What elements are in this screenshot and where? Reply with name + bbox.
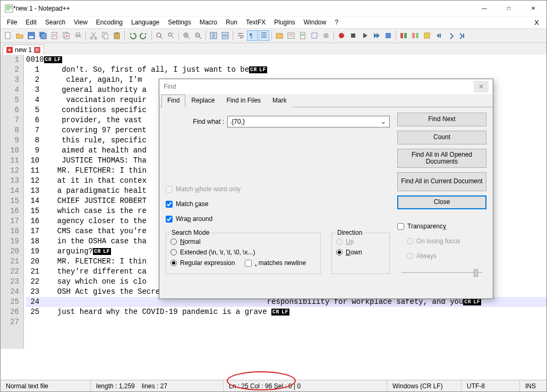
svg-rect-40	[404, 33, 407, 38]
find-all-open-button[interactable]: Find All in All Opened Documents	[397, 149, 486, 168]
doc-list-icon[interactable]	[309, 30, 320, 41]
play-multi-icon[interactable]	[371, 30, 382, 41]
menu-settings[interactable]: Settings	[164, 18, 195, 27]
sync-v-icon[interactable]	[208, 30, 219, 41]
svg-rect-13	[76, 33, 80, 35]
menu-run[interactable]: Run	[221, 18, 242, 27]
file-tab[interactable]: ● new 1 ✕	[3, 45, 44, 55]
show-chars-icon[interactable]: ¶	[247, 30, 258, 41]
menu-help[interactable]: ?	[330, 18, 343, 27]
menu-search[interactable]: Search	[41, 18, 70, 27]
redo-icon[interactable]	[139, 30, 149, 41]
clear-compare-icon[interactable]	[410, 30, 421, 41]
search-mode-legend: Search Mode	[169, 229, 211, 236]
match-case-checkbox[interactable]: Match case	[166, 199, 390, 209]
menubar-overflow[interactable]: X	[529, 19, 544, 27]
new-file-icon[interactable]	[3, 30, 13, 41]
tab-find[interactable]: Find	[161, 95, 185, 107]
save-icon[interactable]	[26, 30, 37, 41]
sync-h-icon[interactable]	[220, 30, 230, 41]
menu-macro[interactable]: Macro	[195, 18, 221, 27]
zoom-out-icon[interactable]	[193, 30, 203, 41]
save-macro-icon[interactable]	[383, 30, 394, 41]
nav-prev-icon[interactable]	[433, 30, 444, 41]
count-button[interactable]: Count	[397, 131, 486, 144]
titlebar: *new 1 - Notepad++ — □ ✕	[1, 1, 546, 16]
menu-encoding[interactable]: Encoding	[92, 18, 127, 27]
dialog-close-icon[interactable]: ✕	[474, 81, 489, 92]
radio-onlosing: On losing focus	[407, 236, 486, 246]
record-icon[interactable]	[336, 30, 347, 41]
svg-rect-33	[301, 34, 305, 36]
findwhat-input[interactable]	[227, 116, 390, 127]
tab-mark[interactable]: Mark	[267, 95, 293, 107]
close-dialog-button[interactable]: Close	[397, 195, 486, 209]
folder-doc-icon[interactable]	[274, 30, 285, 41]
maximize-button[interactable]: □	[497, 1, 521, 16]
close-button[interactable]: ✕	[521, 1, 545, 16]
print-icon[interactable]	[73, 30, 83, 41]
compare-icon[interactable]	[398, 30, 409, 41]
menu-plugins[interactable]: Plugins	[270, 18, 299, 27]
indent-guide-icon[interactable]	[259, 30, 269, 41]
find-icon[interactable]	[154, 30, 165, 41]
tab-replace[interactable]: Replace	[185, 95, 220, 107]
svg-rect-2	[6, 7, 12, 8]
play-icon[interactable]	[360, 30, 370, 41]
radio-normal[interactable]: Normal	[170, 236, 316, 247]
nav-first-icon[interactable]	[422, 30, 432, 41]
find-next-button[interactable]: Find Next	[397, 113, 486, 126]
doc-map-icon[interactable]	[297, 30, 308, 41]
svg-rect-1	[6, 6, 12, 7]
menu-view[interactable]: View	[70, 18, 92, 27]
zoom-in-icon[interactable]	[181, 30, 192, 41]
cut-icon[interactable]	[88, 30, 99, 41]
undo-icon[interactable]	[127, 30, 138, 41]
find-dialog: Find ✕ Find Replace Find in Files Mark F…	[159, 79, 493, 299]
svg-rect-43	[424, 33, 430, 38]
menu-file[interactable]: File	[3, 18, 21, 27]
menu-window[interactable]: Window	[300, 18, 331, 27]
stop-icon[interactable]	[348, 30, 358, 41]
search-mode-group: Search Mode Normal Extended (\n, \r, \t,…	[166, 233, 321, 274]
close-file-icon[interactable]	[49, 30, 60, 41]
save-all-icon[interactable]	[38, 30, 48, 41]
svg-point-36	[339, 33, 344, 38]
copy-icon[interactable]	[100, 30, 110, 41]
svg-rect-28	[222, 36, 228, 39]
radio-down[interactable]: Down	[336, 247, 385, 258]
find-all-current-button[interactable]: Find All in Current Document	[397, 172, 486, 191]
minimize-button[interactable]: —	[472, 1, 497, 16]
monitor-icon[interactable]	[321, 30, 331, 41]
direction-group: Direction Up Down	[331, 233, 390, 274]
tab-findinfiles[interactable]: Find in Files	[220, 95, 267, 107]
menu-textfx[interactable]: TextFX	[242, 18, 270, 27]
svg-rect-19	[116, 32, 118, 34]
nav-next-icon[interactable]	[445, 30, 456, 41]
statusbar: Normal text file length : 1,259 lines : …	[1, 380, 546, 391]
menu-language[interactable]: Language	[127, 18, 164, 27]
tabbar: ● new 1 ✕	[1, 43, 546, 55]
wrap-around-checkbox[interactable]: Wrap around	[166, 214, 390, 224]
transparency-checkbox[interactable]: Transparency	[397, 221, 486, 232]
status-length: length : 1,259 lines : 27	[91, 380, 224, 391]
paste-icon[interactable]	[112, 30, 122, 41]
open-file-icon[interactable]	[14, 30, 25, 41]
svg-rect-44	[440, 33, 441, 38]
wrap-icon[interactable]	[235, 30, 246, 41]
nav-last-icon[interactable]	[457, 30, 467, 41]
svg-rect-8	[41, 33, 46, 39]
dotmatches-checkbox[interactable]	[245, 260, 252, 267]
svg-rect-34	[312, 33, 317, 38]
func-list-icon[interactable]	[286, 30, 296, 41]
svg-rect-6	[29, 36, 33, 38]
radio-regex[interactable]: Regular expression . matches newline	[170, 258, 316, 268]
menu-edit[interactable]: Edit	[21, 18, 41, 27]
radio-extended[interactable]: Extended (\n, \r, \t, \0, \x...)	[170, 247, 316, 258]
window-title: *new 1 - Notepad++	[13, 5, 472, 12]
tab-close-icon[interactable]: ✕	[34, 47, 40, 53]
radio-always: Always	[407, 251, 486, 261]
close-all-icon[interactable]	[61, 30, 72, 41]
svg-point-20	[157, 33, 161, 37]
replace-icon[interactable]	[166, 30, 176, 41]
